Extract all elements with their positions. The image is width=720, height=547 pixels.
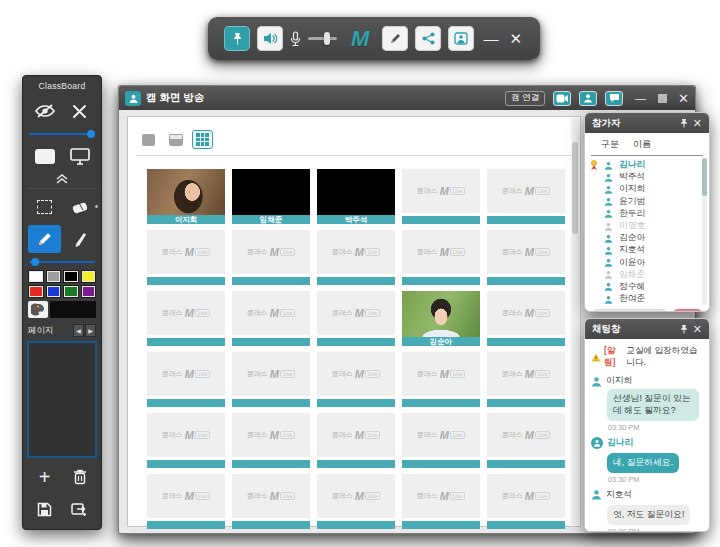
select-tool-button[interactable] bbox=[28, 193, 61, 221]
pen-tool-button[interactable] bbox=[63, 225, 96, 253]
opacity-slider[interactable] bbox=[29, 129, 95, 138]
speaker-button[interactable] bbox=[257, 26, 283, 51]
color-swatch[interactable] bbox=[63, 285, 79, 298]
toolbar-close-button[interactable]: ✕ bbox=[507, 31, 524, 46]
webcam-tile[interactable]: 클래스MLive bbox=[147, 352, 225, 407]
export-button[interactable] bbox=[63, 495, 96, 523]
chat-toggle-button[interactable] bbox=[605, 91, 623, 106]
share-button[interactable] bbox=[415, 26, 441, 51]
webcam-tile[interactable]: 클래스MLive bbox=[232, 352, 310, 407]
color-swatch[interactable] bbox=[81, 270, 97, 283]
window-minimize-button[interactable]: — bbox=[635, 93, 646, 104]
participant-row[interactable]: 김나리 bbox=[589, 159, 709, 171]
participant-row[interactable]: 김순아 bbox=[589, 232, 709, 244]
hide-board-button[interactable] bbox=[28, 97, 61, 125]
webcam-tile[interactable]: 클래스MLive bbox=[487, 474, 565, 529]
webcam-tile[interactable]: 클래스MLive bbox=[232, 230, 310, 285]
participant-row[interactable]: 지호석 bbox=[589, 244, 709, 256]
eraser-options-dot[interactable] bbox=[95, 205, 98, 208]
webcam-tile[interactable]: 클래스MLive bbox=[317, 352, 395, 407]
delete-page-button[interactable] bbox=[63, 463, 96, 491]
pin-icon[interactable] bbox=[680, 324, 688, 334]
next-page-button[interactable]: ▶ bbox=[85, 324, 96, 337]
webcam-tile[interactable]: 김순아 bbox=[402, 291, 480, 346]
pin-icon[interactable] bbox=[680, 118, 688, 128]
window-titlebar[interactable]: 캠 화면 방송 캠 연결 — ✕ bbox=[119, 86, 695, 110]
color-swatch[interactable] bbox=[81, 285, 97, 298]
participants-header[interactable]: 참가자 ✕ bbox=[585, 113, 709, 133]
webcam-tile[interactable]: 클래스MLive bbox=[232, 474, 310, 529]
webcam-tile[interactable]: 클래스MLive bbox=[487, 413, 565, 468]
participant-row[interactable]: 이지희 bbox=[589, 183, 709, 195]
participant-row[interactable]: 정수혜 bbox=[589, 281, 709, 293]
webcam-tile[interactable]: 클래스MLive bbox=[487, 169, 565, 224]
webcam-tile[interactable]: 클래스MLive bbox=[402, 474, 480, 529]
window-close-button[interactable]: ✕ bbox=[678, 92, 689, 105]
participant-search-input[interactable] bbox=[591, 309, 668, 312]
participant-row[interactable]: 한여준 bbox=[589, 293, 709, 305]
cam-connect-button[interactable]: 캠 연결 bbox=[505, 91, 545, 106]
participant-row[interactable]: 이윤아 bbox=[589, 257, 709, 269]
participant-row[interactable]: 박주석 bbox=[589, 171, 709, 183]
webcam-tile[interactable]: 클래스MLive bbox=[402, 169, 480, 224]
webcam-tile[interactable]: 클래스MLive bbox=[147, 474, 225, 529]
save-button[interactable] bbox=[28, 495, 61, 523]
participant-row[interactable]: 윤기범 bbox=[589, 196, 709, 208]
pin-button[interactable] bbox=[224, 26, 250, 51]
webcam-tile[interactable]: 클래스MLive bbox=[147, 291, 225, 346]
view-presenter-button[interactable] bbox=[165, 130, 186, 149]
color-swatch[interactable] bbox=[28, 270, 44, 283]
webcam-tile[interactable]: 클래스MLive bbox=[232, 291, 310, 346]
screen-mode-button[interactable] bbox=[63, 142, 96, 170]
toolbar-minimize-button[interactable]: — bbox=[481, 31, 500, 46]
eraser-tool-button[interactable] bbox=[63, 193, 96, 221]
chat-header[interactable]: 채팅창 ✕ bbox=[585, 319, 709, 339]
slider-thumb[interactable] bbox=[87, 130, 95, 138]
webcam-tile[interactable]: 클래스MLive bbox=[402, 413, 480, 468]
webcam-tile[interactable]: 클래스MLive bbox=[487, 230, 565, 285]
participant-row[interactable]: 이영호 bbox=[589, 220, 709, 232]
grid-scrollbar[interactable] bbox=[571, 118, 579, 525]
slider-thumb[interactable] bbox=[31, 258, 39, 266]
mic-volume-thumb[interactable] bbox=[324, 32, 330, 45]
webcam-tile[interactable]: 클래스MLive bbox=[317, 230, 395, 285]
scrollbar-thumb[interactable] bbox=[572, 142, 578, 234]
participants-toggle-button[interactable] bbox=[579, 91, 597, 106]
page-thumbnail-area[interactable] bbox=[27, 341, 97, 458]
webcam-tile[interactable]: 박주석 bbox=[317, 169, 395, 224]
participants-close-button[interactable]: ✕ bbox=[693, 118, 702, 129]
view-grid-button[interactable] bbox=[192, 130, 213, 149]
prev-page-button[interactable]: ◀ bbox=[73, 324, 84, 337]
webcam-tile[interactable]: 클래스MLive bbox=[317, 474, 395, 529]
view-single-button[interactable] bbox=[138, 130, 159, 149]
color-swatch[interactable] bbox=[46, 270, 62, 283]
webcam-tile[interactable]: 클래스MLive bbox=[147, 230, 225, 285]
webcam-tile[interactable]: 클래스MLive bbox=[402, 352, 480, 407]
camera-toggle-button[interactable] bbox=[553, 91, 571, 106]
webcam-tile[interactable]: 클래스MLive bbox=[232, 413, 310, 468]
color-swatch[interactable] bbox=[28, 285, 44, 298]
webcam-tile[interactable]: 클래스MLive bbox=[402, 230, 480, 285]
color-swatch[interactable] bbox=[63, 270, 79, 283]
custom-color-button[interactable] bbox=[28, 301, 48, 318]
cam-screen-button[interactable] bbox=[448, 26, 474, 51]
collapse-button[interactable] bbox=[27, 172, 97, 189]
classboard-close-button[interactable] bbox=[63, 97, 96, 125]
participants-scrollbar[interactable] bbox=[702, 158, 707, 305]
scrollbar-thumb[interactable] bbox=[702, 158, 707, 196]
webcam-tile[interactable]: 클래스MLive bbox=[147, 413, 225, 468]
stroke-width-slider[interactable] bbox=[29, 257, 95, 266]
draw-button[interactable] bbox=[382, 26, 408, 51]
color-swatch[interactable] bbox=[46, 285, 62, 298]
webcam-tile[interactable]: 이지희 bbox=[147, 169, 225, 224]
webcam-tile[interactable]: 클래스MLive bbox=[317, 291, 395, 346]
window-maximize-button[interactable] bbox=[658, 94, 667, 103]
webcam-tile[interactable]: 클래스MLive bbox=[487, 291, 565, 346]
whiteboard-mode-button[interactable] bbox=[28, 142, 61, 170]
mic-volume-slider[interactable] bbox=[308, 37, 337, 40]
webcam-tile[interactable]: 클래스MLive bbox=[487, 352, 565, 407]
webcam-tile[interactable]: 임채준 bbox=[232, 169, 310, 224]
search-button[interactable]: 검색 bbox=[672, 309, 703, 312]
participant-row[interactable]: 임채준 bbox=[589, 269, 709, 281]
webcam-tile[interactable]: 클래스MLive bbox=[317, 413, 395, 468]
